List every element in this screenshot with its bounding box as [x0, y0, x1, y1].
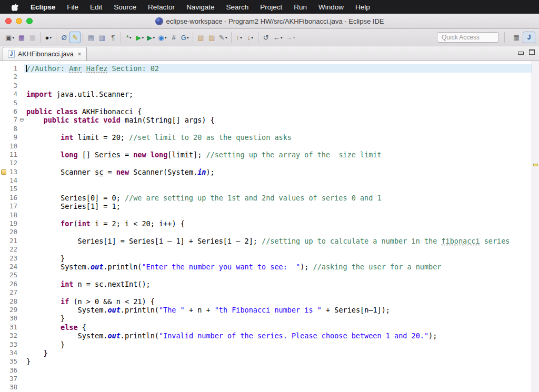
gutter-row[interactable]: 9	[0, 133, 24, 142]
prev-annotation-icon[interactable]: ↑▾	[234, 32, 245, 43]
code-line[interactable]: public static void main(String[] args) {	[24, 116, 532, 124]
menu-search[interactable]: Search	[220, 3, 254, 11]
gutter-row[interactable]: 4	[0, 90, 24, 98]
code-line[interactable]	[24, 375, 532, 383]
menu-navigate[interactable]: Navigate	[181, 3, 220, 11]
menu-eclipse[interactable]: Eclipse	[25, 3, 61, 11]
gutter-row[interactable]: 31	[0, 323, 24, 331]
code-line[interactable]: int n = sc.nextInt();	[24, 280, 532, 288]
gutter-row[interactable]: 14	[0, 176, 24, 185]
minimize-view-icon[interactable]	[518, 49, 524, 55]
show-whitespace-icon[interactable]: ¶	[107, 32, 118, 43]
code-line[interactable]: }	[24, 349, 532, 357]
gutter-row[interactable]: 36	[0, 366, 24, 375]
code-line[interactable]	[24, 159, 532, 167]
apple-menu[interactable]	[5, 3, 25, 11]
gutter-row[interactable]: 7⊖	[0, 116, 24, 124]
back-icon[interactable]: ←▾	[272, 32, 284, 43]
skip-breakpoints-icon[interactable]: Ø	[58, 32, 69, 43]
external-tools-icon[interactable]: *▾	[123, 32, 134, 43]
gutter-row[interactable]: 2	[0, 73, 24, 81]
code-line[interactable]: Scanner sc = new Scanner(System.in);	[24, 168, 532, 176]
gutter-row[interactable]: 29	[0, 306, 24, 314]
profile-icon[interactable]: ◉▾	[156, 32, 168, 43]
code-line[interactable]	[24, 185, 532, 193]
code-line[interactable]: for(int i = 2; i < 20; i++) {	[24, 219, 532, 228]
gutter-row[interactable]: 21	[0, 237, 24, 245]
annotate-icon[interactable]: ✎▾	[217, 32, 229, 43]
new-java-class-icon[interactable]: #	[168, 32, 179, 43]
code-line[interactable]: Series[1] = 1;	[24, 202, 532, 210]
ruler-warning-marker[interactable]	[533, 164, 538, 166]
menu-edit[interactable]: Edit	[84, 3, 108, 11]
gutter-row[interactable]: 28	[0, 297, 24, 306]
menu-window[interactable]: Window	[313, 3, 350, 11]
gutter-row[interactable]: 3	[0, 82, 24, 90]
code-line[interactable]	[24, 271, 532, 279]
code-line[interactable]	[24, 366, 532, 375]
gutter-row[interactable]: 11	[0, 150, 24, 159]
code-line[interactable]: System.out.println("Enter the number you…	[24, 263, 532, 271]
save-icon[interactable]: ▦	[16, 32, 27, 43]
code-line[interactable]: Series[0] = 0; //we are setting up the 1…	[24, 194, 532, 202]
java-perspective-button[interactable]: J	[523, 32, 535, 43]
gutter-row[interactable]: 38	[0, 383, 24, 391]
code-line[interactable]	[24, 383, 532, 391]
save-all-icon[interactable]: ▦	[27, 32, 38, 43]
gutter-row[interactable]: 24	[0, 263, 24, 271]
menu-source[interactable]: Source	[108, 3, 142, 11]
gutter-row[interactable]: 33	[0, 340, 24, 349]
code-line[interactable]: }	[24, 254, 532, 263]
menu-refactor[interactable]: Refactor	[142, 3, 181, 11]
gutter-row[interactable]: 30	[0, 314, 24, 323]
open-resource-icon[interactable]: ▨	[206, 32, 217, 43]
tab-akhfibonacci-java[interactable]: J AKHFibonacci.java ×	[3, 47, 87, 61]
code-line[interactable]: import java.util.Scanner;	[24, 90, 532, 98]
gutter-row[interactable]: 22	[0, 245, 24, 254]
menu-file[interactable]: File	[61, 3, 84, 11]
gutter-row[interactable]: 15	[0, 185, 24, 193]
gutter-row[interactable]: 5	[0, 99, 24, 107]
git-fetch-icon[interactable]: G▾	[179, 32, 191, 43]
gutter-row[interactable]: 25	[0, 271, 24, 279]
code-line[interactable]: }	[24, 357, 532, 366]
console-icon[interactable]: ▥	[96, 32, 107, 43]
code-line[interactable]: if (n > 0 && n < 21) {	[24, 297, 532, 306]
gutter-row[interactable]: 18	[0, 211, 24, 219]
menu-project[interactable]: Project	[254, 3, 288, 11]
gutter-row[interactable]: 20	[0, 228, 24, 236]
collapse-fold-icon[interactable]: ⊖	[19, 116, 24, 124]
gutter-row[interactable]: 26	[0, 280, 24, 288]
quick-access-input[interactable]	[437, 32, 499, 43]
gutter-row[interactable]: 32	[0, 331, 24, 340]
code-line[interactable]	[24, 142, 532, 150]
code-line[interactable]	[24, 99, 532, 107]
code-line[interactable]	[24, 176, 532, 185]
gutter-row[interactable]: 27	[0, 288, 24, 297]
code-line[interactable]: System.out.println("Invalid number of th…	[24, 331, 532, 340]
last-edit-location-icon[interactable]: ↺	[261, 32, 272, 43]
code-line[interactable]: }	[24, 314, 532, 323]
gutter-row[interactable]: 23	[0, 254, 24, 263]
gutter-row[interactable]: 13	[0, 168, 24, 176]
code-line[interactable]	[24, 228, 532, 236]
code-line[interactable]: long [] Series = new long[limit]; //sett…	[24, 150, 532, 159]
code-line[interactable]	[24, 125, 532, 133]
gutter-row[interactable]: 34	[0, 349, 24, 357]
gutter-row[interactable]: 16	[0, 194, 24, 202]
code-line[interactable]: Series[i] = Series[i – 1] + Series[i – 2…	[24, 237, 532, 245]
tab-close-icon[interactable]: ×	[78, 51, 82, 58]
code-line[interactable]: System.out.println("The " + n + "th Fibo…	[24, 306, 532, 314]
code-line[interactable]: //Author: Amr Hafez Section: 02	[24, 64, 532, 73]
code-line[interactable]	[24, 211, 532, 219]
bookmark-marker-icon[interactable]	[1, 169, 6, 175]
menu-help[interactable]: Help	[350, 3, 376, 11]
run-icon[interactable]: ▶▾	[134, 32, 145, 43]
gutter-row[interactable]: 19	[0, 219, 24, 228]
forward-icon[interactable]: →▾	[284, 32, 297, 43]
gutter-row[interactable]: 10	[0, 142, 24, 150]
overview-ruler[interactable]	[532, 61, 539, 392]
user-profile-icon[interactable]: ●▾	[43, 32, 54, 43]
coverage-report-icon[interactable]: ▤	[85, 32, 96, 43]
code-line[interactable]: else {	[24, 323, 532, 331]
